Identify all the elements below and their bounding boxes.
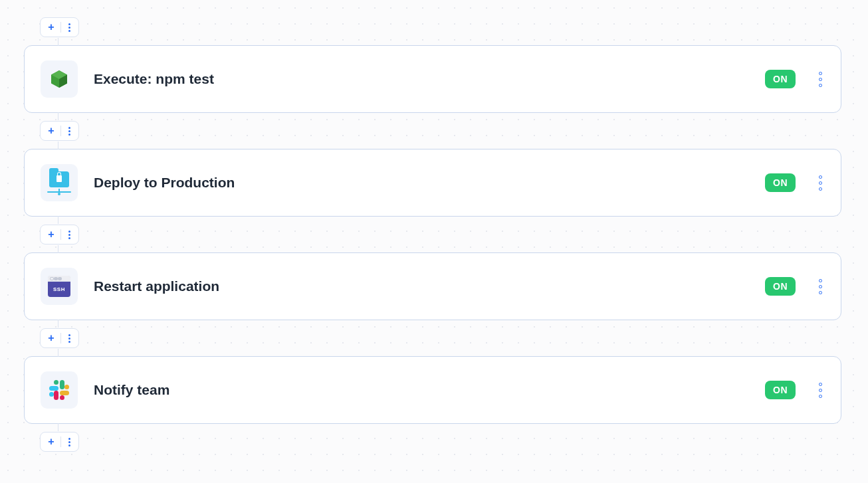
add-action-button[interactable]: + xyxy=(40,121,79,141)
step-menu-button[interactable] xyxy=(812,279,825,294)
sftp-icon xyxy=(47,171,71,194)
plus-icon: + xyxy=(45,435,58,448)
more-icon[interactable] xyxy=(64,228,74,241)
more-icon[interactable] xyxy=(64,435,74,448)
slack-icon xyxy=(48,379,70,401)
status-toggle[interactable]: ON xyxy=(765,277,796,296)
plus-icon: + xyxy=(45,124,58,138)
step-menu-button[interactable] xyxy=(812,175,825,191)
pipeline-flow: + Execute: npm test ON + Depl xyxy=(24,17,841,452)
pipeline-step[interactable]: SSH Restart application ON xyxy=(24,252,841,320)
more-icon[interactable] xyxy=(64,124,74,138)
status-toggle[interactable]: ON xyxy=(765,173,796,192)
status-toggle[interactable]: ON xyxy=(765,381,796,399)
node-icon xyxy=(49,68,70,90)
step-title: Execute: npm test xyxy=(94,71,749,87)
more-icon[interactable] xyxy=(64,332,74,345)
more-icon[interactable] xyxy=(64,21,74,34)
plus-icon: + xyxy=(45,21,58,34)
status-toggle[interactable]: ON xyxy=(765,70,796,88)
add-action-button[interactable]: + xyxy=(40,17,79,37)
pipeline-step[interactable]: Execute: npm test ON xyxy=(24,45,841,113)
plus-icon: + xyxy=(45,228,58,241)
step-title: Deploy to Production xyxy=(94,175,749,191)
step-title: Notify team xyxy=(94,382,749,398)
ssh-icon: SSH xyxy=(48,276,70,297)
add-action-button[interactable]: + xyxy=(40,432,79,452)
step-menu-button[interactable] xyxy=(812,383,825,398)
pipeline-step[interactable]: Notify team ON xyxy=(24,356,841,424)
add-action-button[interactable]: + xyxy=(40,328,79,348)
add-action-button[interactable]: + xyxy=(40,225,79,244)
pipeline-step[interactable]: Deploy to Production ON xyxy=(24,149,841,217)
step-menu-button[interactable] xyxy=(812,72,825,87)
step-title: Restart application xyxy=(94,278,749,294)
plus-icon: + xyxy=(45,332,58,345)
